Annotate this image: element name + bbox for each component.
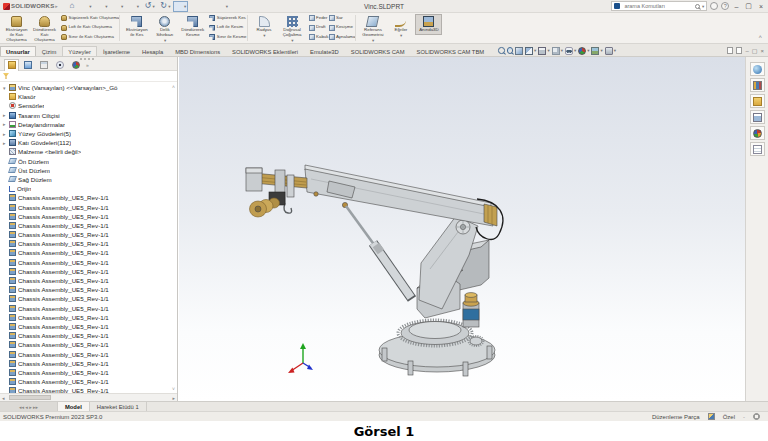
ribbon-button[interactable]: Ekstrüzyon ile Kes ▾	[123, 14, 150, 40]
headsup-button[interactable]: ▾	[507, 47, 514, 54]
tree-item[interactable]: ▸ Sağ Düzlem	[0, 175, 177, 184]
status-gear-icon[interactable]	[753, 413, 760, 420]
close-button[interactable]: ×	[757, 3, 765, 10]
featuremanager-tab[interactable]	[52, 59, 67, 71]
dropdown-caret-icon[interactable]: ▾	[534, 48, 536, 53]
dropdown-caret-icon[interactable]: ▾	[164, 38, 166, 43]
quick-access-button[interactable]: ▾	[95, 1, 110, 12]
task-pane-button[interactable]	[750, 142, 765, 156]
tree-item[interactable]: ▸ Chassis Assembly_UE5_Rev-1/1	[0, 267, 177, 276]
restore-button[interactable]: ▢	[743, 2, 754, 10]
dropdown-caret-icon[interactable]: ▾	[574, 48, 576, 53]
tree-item[interactable]: ▸ Malzeme <belirli değil>	[0, 147, 177, 156]
ribbon-small-button[interactable]: Kabuk	[309, 33, 329, 41]
headsup-button[interactable]: ▾	[525, 47, 536, 55]
dropdown-caret-icon[interactable]: ▾	[137, 4, 139, 9]
tree-item[interactable]: ▸ Chassis Assembly_UE5_Rev-1/1	[0, 340, 177, 349]
headsup-button[interactable]: ▾	[565, 47, 576, 55]
dropdown-caret-icon[interactable]: ▾	[291, 38, 293, 43]
doc-window-icon[interactable]	[736, 47, 742, 54]
tree-item[interactable]: ▸ Tasarım Ciltçisi	[0, 111, 177, 120]
task-pane-button[interactable]	[750, 62, 765, 76]
tree-item[interactable]: ▸ Üst Düzlem	[0, 166, 177, 175]
headsup-button[interactable]: ▾	[552, 47, 563, 55]
headsup-button[interactable]: ▾	[515, 47, 523, 55]
tree-item[interactable]: ▸ Chassis Assembly_UE5_Rev-1/1	[0, 248, 177, 257]
doc-window-icon[interactable]	[727, 47, 733, 54]
dropdown-caret-icon[interactable]: ▾	[168, 4, 170, 9]
tree-item[interactable]: ▸ Chassis Assembly_UE5_Rev-1/1	[0, 285, 177, 294]
tree-item[interactable]: ▸ Chassis Assembly_UE5_Rev-1/1	[0, 368, 177, 377]
tree-item[interactable]: ▸ Chassis Assembly_UE5_Rev-1/1	[0, 193, 177, 202]
search-input[interactable]	[622, 2, 693, 10]
task-pane-button[interactable]	[750, 78, 765, 92]
featuremanager-tab[interactable]	[36, 59, 51, 71]
ribbon-small-button[interactable]: Süpürerek Kes	[209, 14, 246, 22]
ribbon-small-button[interactable]: Sar	[329, 14, 356, 22]
tree-item[interactable]: ▸ Chassis Assembly_UE5_Rev-1/1	[0, 202, 177, 211]
tree-item[interactable]: ▸ Orijin	[0, 184, 177, 193]
ribbon-button[interactable]: Ekstrüzyon ile Katı Oluşturma ▾	[3, 14, 30, 44]
tree-item[interactable]: ▸ Chassis Assembly_UE5_Rev-1/1	[0, 221, 177, 230]
ribbon-button[interactable]: Radyus ▾	[251, 14, 278, 40]
logo-expand-icon[interactable]: ▸	[55, 3, 58, 9]
tree-item[interactable]: ▸ Sensörler	[0, 101, 177, 110]
fm-tabs-overflow-icon[interactable]: »	[86, 62, 89, 68]
ribbon-tab[interactable]: Yüzeyler	[62, 46, 97, 56]
study-tab[interactable]: Model	[58, 402, 90, 411]
ribbon-small-button[interactable]: Feder	[309, 14, 329, 22]
minimize-button[interactable]: –	[732, 3, 740, 10]
quick-access-button[interactable]: ▾	[189, 1, 201, 12]
dropdown-caret-icon[interactable]: ▾	[105, 4, 107, 9]
quick-access-button[interactable]: ▾	[79, 1, 94, 12]
ribbon-small-button[interactable]: Loft ile Katı Oluşturma	[61, 24, 119, 32]
tree-item[interactable]: ▸ Chassis Assembly_UE5_Rev-1/1	[0, 386, 177, 393]
ribbon-tab[interactable]: SOLIDWORKS Eklentileri	[226, 46, 304, 56]
tree-item[interactable]: ▸ Chassis Assembly_UE5_Rev-1/1	[0, 258, 177, 267]
headsup-button[interactable]: ▾	[578, 47, 589, 55]
task-pane-button[interactable]	[750, 94, 765, 108]
ribbon-tab[interactable]: Çizim	[36, 46, 63, 56]
ribbon-small-button[interactable]: Aynalama	[329, 33, 356, 41]
quick-access-button[interactable]: ▾	[215, 1, 230, 12]
dropdown-caret-icon[interactable]: ▾	[263, 33, 265, 38]
quick-access-button[interactable]: ▾	[202, 1, 214, 12]
study-tab-nav[interactable]: ◂◂ ◂ ▸ ▸▸	[0, 402, 58, 411]
ribbon-small-button[interactable]: Süpürerek Katı Oluşturma	[61, 14, 119, 22]
quick-access-button[interactable]: ⌂ ▾	[66, 1, 78, 12]
dropdown-caret-icon[interactable]: ▾	[184, 4, 186, 9]
scrollbar-thumb[interactable]	[9, 395, 51, 400]
panel-splitter-handle[interactable]	[80, 58, 96, 60]
tree-horizontal-scrollbar[interactable]: ◂ ▸	[0, 393, 177, 401]
dropdown-caret-icon[interactable]: ▾	[600, 48, 602, 53]
ribbon-button[interactable]: Anında3D ▾	[415, 14, 442, 35]
dropdown-caret-icon[interactable]: ▾	[89, 4, 91, 9]
dropdown-caret-icon[interactable]: ▾	[400, 33, 402, 38]
ribbon-tab[interactable]: Emulate3D	[304, 46, 345, 56]
3d-model-crane[interactable]	[179, 57, 745, 401]
tree-item[interactable]: ▸ Chassis Assembly_UE5_Rev-1/1	[0, 276, 177, 285]
tree-item[interactable]: ▸ Chassis Assembly_UE5_Rev-1/1	[0, 359, 177, 368]
ribbon-small-button[interactable]: Sınır ile Kesme	[209, 33, 246, 41]
dropdown-caret-icon[interactable]: ▾	[587, 48, 589, 53]
task-pane-button[interactable]	[750, 126, 765, 140]
ribbon-button[interactable]: Döndürerek Kesme ▾	[179, 14, 206, 40]
tree-item[interactable]: ▸ Chassis Assembly_UE5_Rev-1/1	[0, 304, 177, 313]
ribbon-tab[interactable]: SOLIDWORKS CAM TBM	[411, 46, 491, 56]
settings-gear-icon[interactable]	[710, 2, 718, 10]
tree-item[interactable]: ▸ Chassis Assembly_UE5_Rev-1/1	[0, 230, 177, 239]
doc-minimize-button[interactable]: –	[745, 48, 748, 54]
search-icon[interactable]	[695, 4, 700, 9]
tree-root-item[interactable]: ▾ Vinc (Varsayılan) <<Varsayılan>_Gö	[0, 83, 177, 92]
tree-item[interactable]: ▸ Chassis Assembly_UE5_Rev-1/1	[0, 349, 177, 358]
tree-item[interactable]: ▸ Yüzey Gövdeleri(5)	[0, 129, 177, 138]
ribbon-button[interactable]: Döndürerek Katı Oluşturma ▾	[31, 14, 58, 44]
ribbon-small-button[interactable]: Loft ile Kesim	[209, 24, 246, 32]
scrollbar-track[interactable]	[7, 395, 171, 401]
headsup-button[interactable]: ▾	[605, 47, 616, 55]
task-pane-button[interactable]	[750, 110, 765, 124]
dropdown-caret-icon[interactable]: ▾	[152, 4, 154, 9]
headsup-button[interactable]: ▾	[591, 47, 602, 55]
tree-item[interactable]: ▸ Chassis Assembly_UE5_Rev-1/1	[0, 313, 177, 322]
quick-access-button[interactable]: ↻ ▾	[158, 1, 173, 12]
